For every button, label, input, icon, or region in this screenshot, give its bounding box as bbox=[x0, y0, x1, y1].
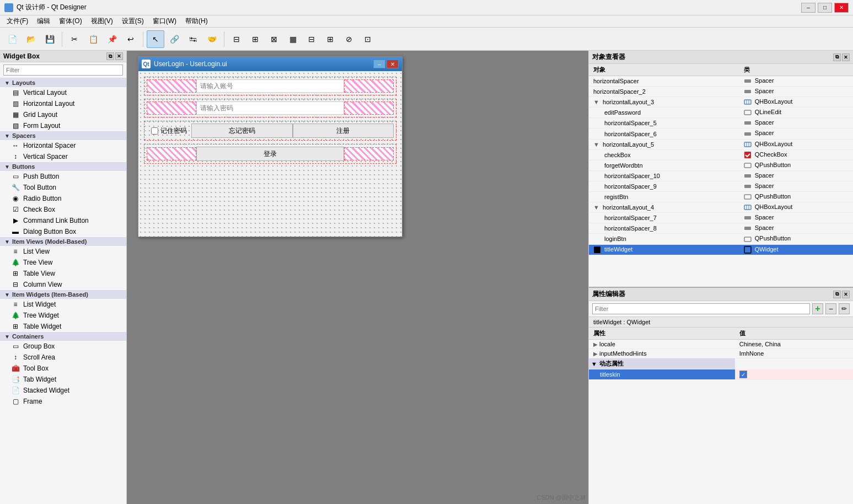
inspector-close-btn[interactable]: ✕ bbox=[842, 53, 850, 61]
widget-form-layout[interactable]: ▧ Form Layout bbox=[0, 120, 126, 131]
forget-password-btn[interactable]: 忘记密码 bbox=[191, 124, 293, 138]
widget-box-float-btn[interactable]: ⧉ bbox=[106, 52, 114, 60]
widget-command-link-button[interactable]: ▶ Command Link Button bbox=[0, 215, 126, 226]
toolbar-undo[interactable]: ↩ bbox=[122, 30, 140, 48]
remember-checkbox[interactable] bbox=[151, 127, 158, 135]
menu-settings[interactable]: 设置(S) bbox=[117, 15, 148, 27]
widget-vertical-layout[interactable]: ▤ Vertical Layout bbox=[0, 87, 126, 98]
widget-box-close-btn[interactable]: ✕ bbox=[115, 52, 123, 60]
designer-minimize-btn[interactable]: – bbox=[373, 60, 385, 68]
table-row[interactable]: forgetWordbtn QPushButton bbox=[589, 160, 853, 170]
account-input[interactable] bbox=[196, 79, 344, 93]
menu-form[interactable]: 窗体(O) bbox=[55, 15, 86, 27]
property-editor-float-btn[interactable]: ⧉ bbox=[833, 291, 841, 298]
inspector-float-btn[interactable]: ⧉ bbox=[833, 53, 841, 61]
toolbar-connect[interactable]: 🔗 bbox=[165, 30, 183, 48]
prop-more-btn[interactable]: ✏ bbox=[839, 303, 850, 314]
widget-radio-button[interactable]: ◉ Radio Button bbox=[0, 193, 126, 204]
widget-group-box[interactable]: ▭ Group Box bbox=[0, 341, 126, 352]
widget-table-widget[interactable]: ⊞ Table Widget bbox=[0, 321, 126, 332]
section-containers[interactable]: ▼ Containers bbox=[0, 332, 126, 341]
toolbar-new[interactable]: 📄 bbox=[3, 30, 21, 48]
section-spacers[interactable]: ▼ Spacers bbox=[0, 131, 126, 140]
table-row[interactable]: horizontalSpacer_7 Spacer bbox=[589, 213, 853, 223]
prop-add-btn[interactable]: + bbox=[812, 303, 823, 314]
table-row[interactable]: horizontalSpacer_5 Spacer bbox=[589, 118, 853, 128]
prop-remove-btn[interactable]: – bbox=[825, 303, 836, 314]
toolbar-layout-splitter-v[interactable]: ⊞ bbox=[321, 30, 339, 48]
widget-tree-view[interactable]: 🌲 Tree View bbox=[0, 257, 126, 268]
toolbar-layout-grid[interactable]: ⊠ bbox=[265, 30, 283, 48]
table-row[interactable]: horizontalSpacer_6 Spacer bbox=[589, 128, 853, 139]
widget-table-view[interactable]: ⊞ Table View bbox=[0, 268, 126, 279]
toolbar-adjust[interactable]: ⊡ bbox=[359, 30, 377, 48]
canvas-area[interactable]: Qt UserLogin - UserLogin.ui – ✕ bbox=[127, 51, 588, 504]
toolbar-pointer[interactable]: ↖ bbox=[147, 30, 164, 48]
toolbar-paste[interactable]: 📌 bbox=[103, 30, 121, 48]
prop-row-locale[interactable]: ▶ locale Chinese, China bbox=[589, 340, 853, 349]
widget-scroll-area[interactable]: ↕ Scroll Area bbox=[0, 352, 126, 363]
widget-vertical-spacer[interactable]: ↕ Vertical Spacer bbox=[0, 151, 126, 162]
menu-file[interactable]: 文件(F) bbox=[2, 15, 33, 27]
widget-grid-layout[interactable]: ▦ Grid Layout bbox=[0, 109, 126, 120]
toolbar-layout-splitter-h[interactable]: ⊟ bbox=[303, 30, 320, 48]
widget-tool-box[interactable]: 🧰 Tool Box bbox=[0, 363, 126, 374]
widget-list-widget[interactable]: ≡ List Widget bbox=[0, 299, 126, 310]
widget-tool-button[interactable]: 🔧 Tool Button bbox=[0, 182, 126, 193]
menu-help[interactable]: 帮助(H) bbox=[181, 15, 212, 27]
prop-row-input-method[interactable]: ▶ inputMethodHints ImhNone bbox=[589, 349, 853, 358]
toolbar-layout-form[interactable]: ▦ bbox=[284, 30, 302, 48]
designer-form-content[interactable]: 记住密码 忘记密码 注册 登录 bbox=[138, 71, 402, 237]
widget-horizontal-spacer[interactable]: ↔ Horizontal Spacer bbox=[0, 140, 126, 151]
toolbar-layout-v[interactable]: ⊞ bbox=[246, 30, 264, 48]
table-row[interactable]: ▼ horizontalLayout_3 QHBoxLayout bbox=[589, 97, 853, 108]
section-item-widgets[interactable]: ▼ Item Widgets (Item-Based) bbox=[0, 290, 126, 299]
widget-push-button[interactable]: ▭ Push Button bbox=[0, 171, 126, 182]
menu-edit[interactable]: 编辑 bbox=[33, 15, 55, 27]
prop-filter-input[interactable] bbox=[592, 303, 810, 314]
prop-row-titleskin[interactable]: titleskin ✓ bbox=[589, 369, 853, 380]
toolbar-tab-order[interactable]: ⭾ bbox=[184, 30, 202, 48]
section-buttons[interactable]: ▼ Buttons bbox=[0, 162, 126, 171]
table-row[interactable]: horizontalSpacer_10 Spacer bbox=[589, 170, 853, 181]
toolbar-save[interactable]: 💾 bbox=[41, 30, 58, 48]
table-row[interactable]: horizontalSpacer_2 Spacer bbox=[589, 87, 853, 97]
titleskin-checkbox[interactable]: ✓ bbox=[739, 371, 747, 378]
table-row[interactable]: checkBox QCheckBox bbox=[589, 149, 853, 160]
close-button[interactable]: ✕ bbox=[834, 3, 849, 13]
section-item-views[interactable]: ▼ Item Views (Model-Based) bbox=[0, 237, 126, 246]
toolbar-layout-h[interactable]: ⊟ bbox=[228, 30, 245, 48]
toolbar-cut[interactable]: ✂ bbox=[66, 30, 83, 48]
toolbar-open[interactable]: 📂 bbox=[22, 30, 40, 48]
table-row[interactable]: registBtn QPushButton bbox=[589, 192, 853, 202]
menu-view[interactable]: 视图(V) bbox=[87, 15, 117, 27]
toolbar-copy[interactable]: 📋 bbox=[84, 30, 102, 48]
widget-tree-widget[interactable]: 🌲 Tree Widget bbox=[0, 310, 126, 321]
menu-window[interactable]: 窗口(W) bbox=[148, 15, 181, 27]
table-row[interactable]: loginBtn QPushButton bbox=[589, 234, 853, 244]
table-row[interactable]: ▼ horizontalLayout_5 QHBoxLayout bbox=[589, 139, 853, 149]
password-input[interactable] bbox=[196, 101, 344, 115]
widget-list-view[interactable]: ≡ List View bbox=[0, 246, 126, 257]
toolbar-buddy[interactable]: 🤝 bbox=[203, 30, 221, 48]
maximize-button[interactable]: □ bbox=[818, 3, 832, 13]
widget-stacked-widget[interactable]: 📄 Stacked Widget bbox=[0, 385, 126, 396]
table-row[interactable]: ▼ horizontalLayout_4 QHBoxLayout bbox=[589, 202, 853, 213]
register-btn[interactable]: 注册 bbox=[293, 124, 394, 138]
toolbar-break-layout[interactable]: ⊘ bbox=[340, 30, 358, 48]
table-row-selected[interactable]: titleWidget QWidget bbox=[589, 244, 853, 255]
widget-filter-input[interactable] bbox=[3, 65, 123, 76]
table-row[interactable]: horizontalSpacer_8 Spacer bbox=[589, 223, 853, 234]
widget-frame[interactable]: ▢ Frame bbox=[0, 396, 126, 407]
minimize-button[interactable]: – bbox=[801, 3, 816, 13]
designer-close-btn[interactable]: ✕ bbox=[387, 60, 399, 68]
widget-tab-widget[interactable]: 📑 Tab Widget bbox=[0, 374, 126, 385]
widget-horizontal-layout[interactable]: ▥ Horizontal Layout bbox=[0, 98, 126, 109]
property-editor-close-btn[interactable]: ✕ bbox=[842, 291, 850, 298]
widget-dialog-button-box[interactable]: ▬ Dialog Button Box bbox=[0, 226, 126, 237]
widget-check-box[interactable]: ☑ Check Box bbox=[0, 204, 126, 215]
section-layouts[interactable]: ▼ Layouts bbox=[0, 78, 126, 87]
login-btn[interactable]: 登录 bbox=[196, 147, 344, 161]
table-row[interactable]: horizontalSpacer Spacer bbox=[589, 76, 853, 87]
table-row[interactable]: editPassword QLineEdit bbox=[589, 108, 853, 118]
